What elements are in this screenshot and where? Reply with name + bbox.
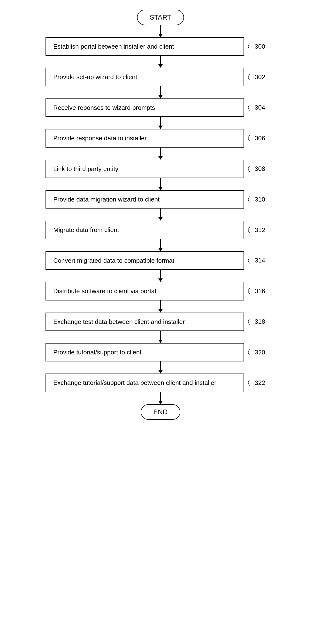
step-314-ref: 314: [246, 257, 265, 264]
step-316-ref: 316: [246, 288, 265, 295]
step-312-ref: 312: [246, 226, 265, 234]
start-shape: START: [137, 10, 184, 25]
flowchart: START Establish portal between installer…: [0, 0, 321, 430]
step-306-label: Provide response data to installer: [53, 134, 147, 142]
arrow-8: [158, 270, 163, 282]
step-322-ref: 322: [246, 379, 265, 386]
box-row-312: Migrate data from client 312: [46, 221, 275, 239]
box-row-314: Convert migrated data to compatible form…: [46, 251, 275, 270]
arrow-0: [158, 25, 163, 37]
arrow-1: [158, 56, 163, 68]
step-300-ref: 300: [246, 43, 265, 50]
box-row-308: Link to third party entity 308: [46, 160, 275, 178]
arrow-10: [158, 331, 163, 343]
step-322-label: Exchange tutorial/support data between c…: [53, 379, 216, 386]
box-row-302: Provide set-up wizard to client 302: [46, 68, 275, 86]
arrow-4: [158, 148, 163, 160]
step-312-box: Migrate data from client: [46, 221, 244, 239]
arrow-11: [158, 362, 163, 374]
step-314-box: Convert migrated data to compatible form…: [46, 251, 244, 270]
step-302-label: Provide set-up wizard to client: [53, 73, 137, 80]
box-row-304: Receive reponses to wizard prompts 304: [46, 98, 275, 117]
step-304-box: Receive reponses to wizard prompts: [46, 98, 244, 117]
arrow-7: [158, 239, 163, 251]
step-300-label: Establish portal between installer and c…: [53, 43, 174, 50]
arrow-5: [158, 178, 163, 190]
arrow-6: [158, 208, 163, 221]
step-322-box: Exchange tutorial/support data between c…: [46, 374, 244, 392]
step-318-label: Exchange test data between client and in…: [53, 318, 185, 326]
arrow-2: [158, 86, 163, 98]
step-308-ref: 308: [246, 165, 265, 172]
step-310-box: Provide data migration wizard to client: [46, 190, 244, 208]
box-row-322: Exchange tutorial/support data between c…: [46, 374, 275, 392]
arrow-end: [158, 392, 163, 404]
step-318-box: Exchange test data between client and in…: [46, 312, 244, 331]
step-316-box: Distribute software to client via portal: [46, 282, 244, 300]
step-302-ref: 302: [246, 73, 265, 81]
step-318-ref: 318: [246, 318, 265, 326]
step-320-ref: 320: [246, 348, 265, 356]
box-row-320: Provide tutorial/support to client 320: [46, 343, 275, 362]
box-row-316: Distribute software to client via portal…: [46, 282, 275, 300]
box-row-310: Provide data migration wizard to client …: [46, 190, 275, 208]
step-308-box: Link to third party entity: [46, 160, 244, 178]
end-shape: END: [141, 404, 180, 420]
box-row-318: Exchange test data between client and in…: [46, 312, 275, 331]
step-302-box: Provide set-up wizard to client: [46, 68, 244, 86]
box-row-306: Provide response data to installer 306: [46, 129, 275, 147]
step-320-label: Provide tutorial/support to client: [53, 348, 141, 356]
step-300-box: Establish portal between installer and c…: [46, 37, 244, 56]
end-label: END: [153, 408, 168, 416]
step-308-label: Link to third party entity: [53, 165, 118, 172]
step-310-ref: 310: [246, 196, 265, 203]
start-label: START: [150, 14, 171, 21]
step-312-label: Migrate data from client: [53, 226, 119, 234]
step-320-box: Provide tutorial/support to client: [46, 343, 244, 362]
step-310-label: Provide data migration wizard to client: [53, 196, 160, 203]
arrow-3: [158, 117, 163, 129]
step-314-label: Convert migrated data to compatible form…: [53, 257, 174, 264]
step-306-box: Provide response data to installer: [46, 129, 244, 147]
step-306-ref: 306: [246, 134, 265, 142]
step-304-ref: 304: [246, 104, 265, 111]
step-316-label: Distribute software to client via portal: [53, 288, 156, 295]
step-304-label: Receive reponses to wizard prompts: [53, 104, 155, 111]
arrow-9: [158, 300, 163, 312]
box-row-300: Establish portal between installer and c…: [46, 37, 275, 56]
